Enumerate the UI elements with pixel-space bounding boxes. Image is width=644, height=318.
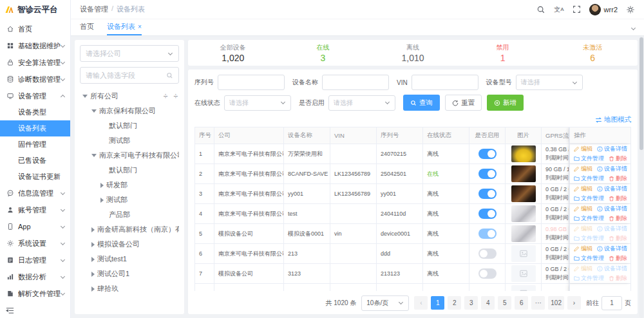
edit-action[interactable]: 编辑	[574, 245, 592, 253]
chevron-down-icon[interactable]	[631, 26, 636, 30]
tree-node[interactable]: 肆拾玖	[80, 281, 179, 296]
tree-node[interactable]: 测试部	[80, 133, 179, 148]
delete-action[interactable]: 删除	[609, 274, 627, 283]
company-select[interactable]: 请选择公司	[80, 45, 179, 62]
caret-right-icon[interactable]	[91, 257, 95, 262]
breadcrumb-item[interactable]: 设备列表	[117, 5, 145, 14]
prev-page-button[interactable]: ‹	[414, 296, 428, 310]
fullscreen-icon[interactable]	[573, 5, 581, 14]
reset-button[interactable]: 重置	[445, 95, 482, 111]
delete-action[interactable]: 删除	[609, 214, 627, 223]
file-manage-action[interactable]: 文件管理	[574, 174, 604, 183]
tab-首页[interactable]: 首页	[80, 19, 94, 35]
enabled-toggle[interactable]	[478, 248, 497, 259]
device-detail-action[interactable]: 设备详情	[597, 225, 627, 233]
page-button[interactable]: 3	[464, 296, 478, 310]
tree-node[interactable]: 南京来可电子科技有限公司	[80, 148, 179, 163]
device-name-input[interactable]	[322, 75, 389, 90]
edit-action[interactable]: 编辑	[574, 145, 592, 153]
enabled-toggle[interactable]	[478, 149, 497, 159]
delete-action[interactable]: 删除	[609, 234, 627, 243]
sidebar-subitem-固件管理[interactable]: 固件管理	[0, 136, 70, 153]
file-manage-action[interactable]: 文件管理	[574, 274, 604, 283]
device-image[interactable]	[511, 285, 536, 291]
caret-down-icon[interactable]	[91, 154, 97, 157]
delete-action[interactable]: 删除	[609, 154, 627, 163]
edit-action[interactable]: 编辑	[574, 165, 592, 173]
device-detail-action[interactable]: 设备详情	[597, 205, 627, 213]
close-icon[interactable]: ×	[138, 23, 142, 30]
sidebar-item-基础数据维护[interactable]: 基础数据维护	[0, 37, 70, 54]
caret-right-icon[interactable]	[91, 227, 95, 232]
file-manage-action[interactable]: 文件管理	[574, 154, 604, 163]
page-button[interactable]: 6	[515, 296, 528, 310]
device-image[interactable]	[511, 185, 536, 202]
enabled-toggle[interactable]	[478, 189, 497, 199]
scrollbar[interactable]	[639, 36, 643, 318]
tree-node[interactable]: 所有公司÷÷	[80, 89, 179, 104]
file-manage-action[interactable]: 文件管理	[574, 214, 604, 223]
sidebar-item-App[interactable]: App	[0, 218, 70, 235]
tree-node[interactable]: 默认部门	[80, 163, 179, 178]
search-icon[interactable]	[536, 5, 545, 14]
caret-down-icon[interactable]	[91, 109, 97, 113]
caret-right-icon[interactable]	[91, 286, 95, 292]
add-button[interactable]: 新增	[487, 95, 524, 111]
page-size-select[interactable]: 10条/页	[361, 295, 409, 311]
device-detail-action[interactable]: 设备详情	[597, 145, 627, 153]
sidebar-subitem-设备列表[interactable]: 设备列表	[0, 120, 70, 136]
sidebar-item-信息流管理[interactable]: 信息流管理	[0, 185, 70, 201]
sidebar-item-系统设置[interactable]: 系统设置	[0, 235, 70, 252]
tree-node[interactable]: 南金研高新科技（南京）有限...	[80, 222, 179, 237]
tree-node[interactable]: 模拟设备公司	[80, 237, 179, 252]
edit-action[interactable]: 编辑	[574, 265, 592, 273]
sidebar-item-设备管理[interactable]: 设备管理	[0, 88, 70, 104]
sidebar-item-数据分析[interactable]: 数据分析	[0, 268, 70, 285]
device-image[interactable]	[511, 245, 536, 262]
tree-node[interactable]: 测试公司1	[80, 267, 179, 281]
file-manage-action[interactable]: 文件管理	[574, 234, 604, 243]
sidebar-item-安全算法管理[interactable]: 安全算法管理	[0, 54, 70, 71]
tree-filter-input[interactable]	[86, 71, 160, 79]
tree-node[interactable]: 研发部	[80, 178, 179, 192]
gear-icon[interactable]	[626, 5, 635, 14]
sidebar-item-日志管理[interactable]: 日志管理	[0, 252, 70, 268]
enabled-toggle[interactable]	[478, 209, 497, 219]
caret-down-icon[interactable]	[82, 95, 88, 98]
sidebar-subitem-设备类型[interactable]: 设备类型	[0, 104, 70, 120]
enabled-select[interactable]: 请选择	[328, 95, 395, 111]
caret-right-icon[interactable]	[91, 272, 95, 277]
tree-node[interactable]: 南京保利有限公司	[80, 104, 179, 118]
sidebar-item-首页[interactable]: 首页	[0, 21, 70, 37]
edit-action[interactable]: 编辑	[574, 225, 592, 233]
user-menu[interactable]: wrr2	[589, 4, 618, 15]
sidebar-subitem-已售设备[interactable]: 已售设备	[0, 153, 70, 169]
delete-action[interactable]: 删除	[609, 174, 627, 183]
page-button[interactable]: 102	[548, 296, 564, 310]
device-detail-action[interactable]: 设备详情	[597, 245, 627, 253]
enabled-toggle[interactable]	[478, 268, 497, 279]
page-button[interactable]: 5	[498, 296, 511, 310]
goto-page-input[interactable]	[601, 296, 622, 310]
caret-right-icon[interactable]	[100, 198, 104, 203]
sidebar-item-解析文件管理[interactable]: 解析文件管理	[0, 285, 70, 302]
model-select[interactable]: 请选择	[516, 75, 583, 90]
edit-action[interactable]: 编辑	[574, 205, 592, 213]
next-page-button[interactable]: ›	[567, 296, 581, 310]
tree-node[interactable]: 测试部	[80, 192, 179, 207]
serial-input[interactable]	[218, 75, 285, 90]
page-button[interactable]: 4	[481, 296, 495, 310]
file-manage-action[interactable]: 文件管理	[574, 194, 604, 203]
device-detail-action[interactable]: 设备详情	[597, 185, 627, 193]
page-button[interactable]: 2	[448, 296, 461, 310]
delete-action[interactable]: 删除	[609, 254, 627, 263]
sidebar-item-账号管理[interactable]: 账号管理	[0, 201, 70, 218]
edit-action[interactable]: 编辑	[574, 185, 592, 193]
tab-设备列表[interactable]: 设备列表×	[107, 19, 142, 35]
device-image[interactable]	[511, 165, 536, 182]
device-image[interactable]	[511, 265, 536, 282]
caret-right-icon[interactable]	[91, 242, 95, 247]
tree-node[interactable]: 产品部	[80, 207, 179, 222]
device-image[interactable]	[511, 145, 536, 162]
device-detail-action[interactable]: 设备详情	[597, 265, 627, 273]
